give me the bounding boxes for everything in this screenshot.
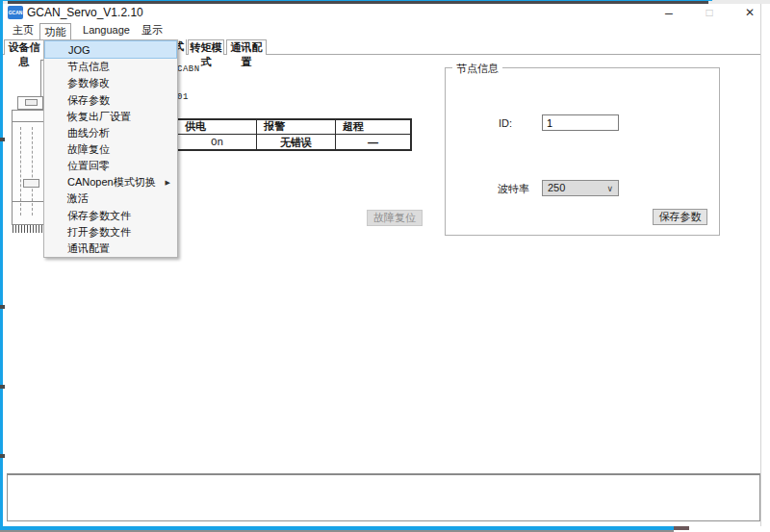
fault-reset-button[interactable]: 故障复位	[367, 210, 423, 226]
drawing-connector-inner	[25, 99, 38, 106]
status-table-header-row: 供电 报警 超程	[178, 120, 410, 134]
menu-item-activate[interactable]: 激活	[44, 190, 177, 207]
frame-tick	[0, 385, 5, 389]
status-value-overtravel: —	[336, 134, 410, 150]
submenu-arrow-icon: ▶	[166, 179, 170, 187]
function-dropdown-menu: JOG 节点信息 参数修改 保存参数 恢复出厂设置 曲线分析 故障复位 位置回零…	[43, 39, 178, 258]
device-version-fragment: 01	[177, 92, 189, 102]
app-logo-icon: GCAN	[8, 6, 23, 19]
device-model-fragment: CABN	[177, 64, 200, 74]
close-button[interactable]: ✕	[734, 4, 765, 21]
menu-item-param-edit[interactable]: 参数修改	[44, 75, 177, 91]
menu-item-jog[interactable]: JOG	[44, 40, 177, 59]
status-header-alarm: 报警	[257, 120, 336, 134]
tab-device-info[interactable]: 设备信息	[4, 39, 44, 55]
save-params-button[interactable]: 保存参数	[653, 209, 707, 225]
drawing-label-rect	[23, 179, 39, 188]
frame-tick	[0, 305, 5, 309]
menu-item-home-position[interactable]: 位置回零	[44, 158, 177, 174]
id-input[interactable]	[542, 114, 619, 131]
baud-rate-value: 250	[548, 182, 565, 193]
baud-rate-label: 波特率	[498, 182, 529, 196]
background-accent-line	[0, 0, 712, 1]
frame-tick	[0, 454, 5, 458]
menu-item-factory-reset[interactable]: 恢复出厂设置	[44, 109, 177, 125]
menubar-item-function[interactable]: 功能	[39, 23, 71, 40]
tab-torque-mode[interactable]: 转矩模式	[188, 39, 224, 55]
node-info-title: 节点信息	[452, 62, 502, 76]
menu-item-save-param-file[interactable]: 保存参数文件	[44, 208, 177, 224]
status-table-value-row: On 无错误 —	[178, 134, 410, 150]
status-value-alarm: 无错误	[257, 134, 336, 150]
menu-item-open-param-file[interactable]: 打开参数文件	[44, 224, 177, 241]
minimize-button[interactable]: –	[654, 4, 684, 21]
chevron-down-icon: ∨	[606, 182, 613, 196]
window-border-right	[760, 4, 761, 526]
menu-item-comm-config[interactable]: 通讯配置	[44, 241, 177, 257]
window-title: GCAN_Servo_V1.2.10	[27, 6, 143, 19]
status-header-overtravel: 超程	[336, 120, 410, 134]
window-border-bottom-corner	[674, 526, 689, 530]
frame-tick	[0, 138, 5, 141]
status-header-power: 供电	[178, 120, 257, 134]
status-value-power: On	[178, 134, 257, 150]
menu-item-node-info[interactable]: 节点信息	[44, 59, 177, 75]
title-bar: GCAN GCAN_Servo_V1.2.10 – □ ✕	[3, 4, 760, 21]
baud-rate-dropdown[interactable]: 250 ∨	[542, 180, 619, 196]
log-textbox[interactable]	[7, 473, 760, 521]
device-status-table: 供电 报警 超程 On 无错误 —	[176, 118, 412, 151]
maximize-button[interactable]: □	[694, 4, 725, 21]
drawing-dashed-line	[20, 127, 21, 215]
menubar-item-language[interactable]: Language	[79, 21, 134, 39]
drawing-line	[40, 60, 41, 96]
menu-item-fault-reset[interactable]: 故障复位	[44, 141, 177, 158]
window-border-left	[0, 1, 3, 530]
drawing-dashed-line	[32, 127, 33, 215]
menubar-item-display[interactable]: 显示	[138, 21, 167, 39]
menu-item-curve-analysis[interactable]: 曲线分析	[44, 125, 177, 141]
menu-item-canopen-mode[interactable]: CANopen模式切换 ▶	[44, 174, 177, 190]
id-label: ID:	[499, 117, 512, 129]
menu-item-save-params[interactable]: 保存参数	[44, 91, 177, 108]
menu-bar: 主页 功能 Language 显示	[3, 21, 760, 39]
menubar-item-home[interactable]: 主页	[7, 21, 39, 39]
menu-item-canopen-label: CANopen模式切换	[67, 175, 156, 190]
tab-comm-config[interactable]: 通讯配置	[226, 39, 267, 55]
